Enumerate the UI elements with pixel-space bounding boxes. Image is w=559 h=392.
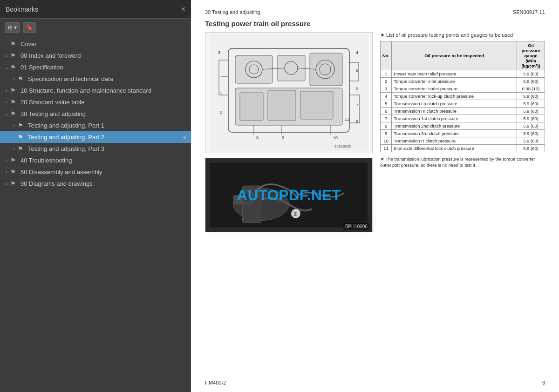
- bookmark-flag-icon: ⚑: [18, 75, 25, 82]
- svg-text:11: 11: [345, 117, 349, 122]
- expand-all-button[interactable]: ⊞ ▾: [5, 22, 20, 33]
- svg-text:9JB10025: 9JB10025: [334, 144, 352, 149]
- bookmark-item-50-disassembly[interactable]: › ⚑ 50 Disassembly and assembly: [0, 166, 191, 178]
- bookmark-view-button[interactable]: 🔖: [23, 22, 36, 33]
- table-cell: Torque converter inlet pressure: [392, 78, 517, 85]
- bookmark-label: 90 Diagrams and drawings: [20, 180, 187, 187]
- table-header-description: Oil pressure to be inspected: [392, 41, 517, 70]
- table-cell: 8: [381, 122, 392, 130]
- svg-text:8: 8: [256, 135, 259, 140]
- bookmark-flag-icon: ⚑: [10, 41, 18, 47]
- table-cell: 7: [381, 115, 392, 122]
- bookmark-flag-icon: ⚑: [18, 145, 25, 152]
- expand-arrow-icon: ›: [10, 76, 18, 81]
- table-cell: Inter-axle differential lock clutch pres…: [392, 145, 517, 152]
- engine-diagram: 3 4 6 5 7 6 1 2 8 9 10 11: [205, 32, 373, 153]
- page-main-title: Testing power train oil pressure: [205, 20, 545, 27]
- table-row: 8Transmission 2nd clutch pressure5.9 (60…: [381, 122, 545, 130]
- table-cell: 5.9 (60): [517, 122, 545, 130]
- table-cell: Transmission Hi clutch pressure: [392, 108, 517, 115]
- bookmark-item-cover[interactable]: ⚑ Cover: [0, 38, 191, 50]
- engine-diagram-svg: 3 4 6 5 7 6 1 2 8 9 10 11: [210, 34, 368, 151]
- table-cell: Transmission 1st clutch pressure: [392, 115, 517, 122]
- page-content: 30 Testing and adjusting SEN00917-11 Tes…: [191, 0, 559, 392]
- table-cell: 1: [381, 70, 392, 78]
- table-cell: 10: [381, 137, 392, 145]
- svg-point-35: [244, 194, 251, 201]
- expand-arrow-icon: ›: [3, 158, 10, 163]
- svg-text:3: 3: [218, 50, 220, 55]
- table-row: 4Torque converter lock-up clutch pressur…: [381, 93, 545, 100]
- table-cell: 5.9 (60): [517, 70, 545, 78]
- bookmark-flag-icon: ⚑: [10, 169, 18, 176]
- table-cell: Power train main relief pressure: [392, 70, 517, 78]
- expand-arrow-icon: ⌄: [3, 65, 10, 70]
- table-cell: 5.9 (60): [517, 100, 545, 108]
- svg-text:2: 2: [294, 211, 297, 216]
- close-button[interactable]: ×: [181, 6, 185, 13]
- table-cell: Transmission 2nd clutch pressure: [392, 122, 517, 130]
- table-cell: 5.9 (60): [517, 93, 545, 100]
- expand-arrow-icon: ›: [10, 135, 18, 140]
- bookmark-label: 30 Testing and adjusting: [20, 110, 187, 117]
- page-inner: 30 Testing and adjusting SEN00917-11 Tes…: [191, 0, 559, 392]
- bookmark-label: 50 Disassembly and assembly: [20, 169, 187, 176]
- section-title: 30 Testing and adjusting: [205, 9, 260, 15]
- bookmark-item-test-part1[interactable]: › ⚑ Testing and adjusting, Part 1: [0, 120, 191, 131]
- bookmark-flag-icon: ⚑: [10, 180, 18, 187]
- bookmark-label: Testing and adjusting, Part 3: [28, 145, 187, 152]
- doc-number: SEN00917-11: [513, 9, 545, 15]
- table-cell: 5.9 (60): [517, 130, 545, 137]
- bookmark-item-00-index[interactable]: › ⚑ 00 Index and foreword: [0, 50, 191, 61]
- bookmark-item-test-part3[interactable]: › ⚑ Testing and adjusting, Part 3: [0, 143, 191, 155]
- bookmark-item-90-diagrams[interactable]: › ⚑ 90 Diagrams and drawings: [0, 178, 191, 189]
- table-cell: 0.98 (10): [517, 85, 545, 93]
- bookmark-label: Testing and adjusting, Part 2: [28, 134, 181, 141]
- table-cell: 4: [381, 93, 392, 100]
- bookmark-label: Cover: [20, 41, 187, 47]
- table-cell: Transmission 3rd clutch pressure: [392, 130, 517, 137]
- bookmark-flag-icon: ⚑: [10, 64, 18, 71]
- content-area: 3 4 6 5 7 6 1 2 8 9 10 11: [205, 32, 545, 232]
- bookmark-label: 01 Specification: [20, 64, 187, 71]
- grid-icon: ⊞: [8, 24, 13, 31]
- table-cell: 5.9 (60): [517, 145, 545, 152]
- bookmark-item-40-trouble[interactable]: › ⚑ 40 Troubleshooting: [0, 155, 191, 166]
- table-row: 2Torque converter inlet pressure5.9 (60): [381, 78, 545, 85]
- bookmark-list[interactable]: ⚑ Cover › ⚑ 00 Index and foreword ⌄ ⚑ 01…: [0, 36, 191, 392]
- bookmark-item-spec-tech[interactable]: › ⚑ Specification and technical data: [0, 73, 191, 85]
- svg-text:6: 6: [356, 68, 358, 73]
- sidebar-header: Bookmarks ×: [0, 0, 191, 19]
- footer-right: 3: [542, 380, 545, 385]
- bookmark-item-30-testing[interactable]: ⌄ ⚑ 30 Testing and adjusting: [0, 108, 191, 120]
- bookmark-item-test-part2[interactable]: › ⚑ Testing and adjusting, Part 2 ◄: [0, 131, 191, 143]
- bookmark-item-01-spec[interactable]: ⌄ ⚑ 01 Specification: [0, 61, 191, 73]
- table-cell: 3: [381, 85, 392, 93]
- table-header-gauge: Oil pressure gauge (MPa (kg/cm²)): [517, 41, 545, 70]
- bookmark-label: 20 Standard value table: [20, 99, 187, 106]
- left-area: 3 4 6 5 7 6 1 2 8 9 10 11: [205, 32, 373, 232]
- table-row: 9Transmission 3rd clutch pressure5.9 (60…: [381, 130, 545, 137]
- expand-arrow-icon: ›: [3, 88, 10, 93]
- current-indicator: ◄: [181, 134, 187, 141]
- bookmark-item-10-structure[interactable]: › ⚑ 10 Structure, function and maintenan…: [0, 85, 191, 96]
- bookmark-label: Specification and technical data: [28, 75, 187, 82]
- page-header: 30 Testing and adjusting SEN00917-11: [205, 9, 545, 15]
- table-row: 10Transmission R clutch pressure5.9 (60): [381, 137, 545, 145]
- bookmark-label: 10 Structure, function and maintenance s…: [20, 87, 187, 94]
- sidebar-title: Bookmarks: [6, 6, 38, 13]
- table-row: 11Inter-axle differential lock clutch pr…: [381, 145, 545, 152]
- table-row: 6Transmission Hi clutch pressure5.9 (60): [381, 108, 545, 115]
- svg-text:5: 5: [356, 87, 358, 91]
- svg-text:4: 4: [356, 50, 358, 55]
- svg-text:9: 9: [282, 135, 284, 140]
- bookmark-icon: 🔖: [26, 24, 33, 31]
- table-cell: 5.9 (60): [517, 115, 545, 122]
- svg-rect-2: [235, 55, 273, 83]
- table-cell: Torque converter lock-up clutch pressure: [392, 93, 517, 100]
- bookmark-item-20-standard[interactable]: › ⚑ 20 Standard value table: [0, 96, 191, 108]
- bookmark-flag-icon: ⚑: [10, 87, 18, 94]
- table-cell: 5.9 (60): [517, 78, 545, 85]
- expand-arrow-icon: ›: [10, 123, 18, 128]
- table-cell: 2: [381, 78, 392, 85]
